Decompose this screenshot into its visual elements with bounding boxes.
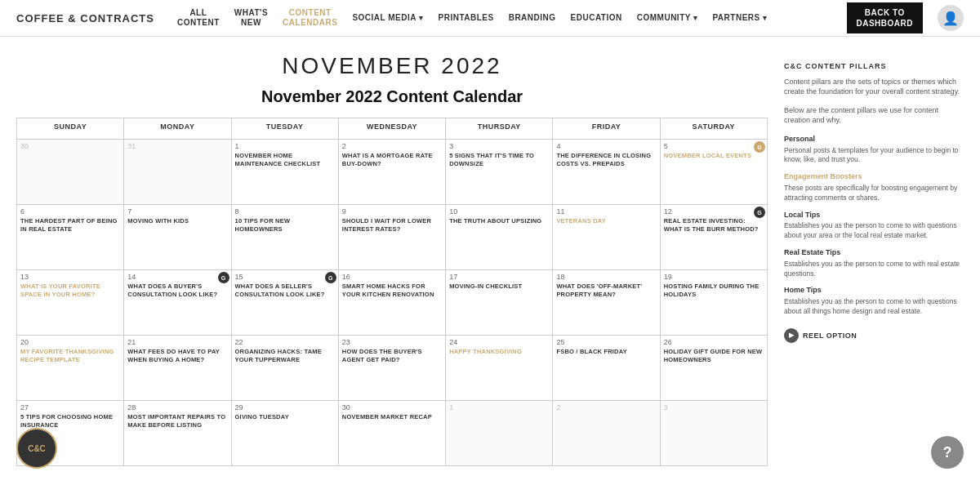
nav-item-branding[interactable]: BRANDING <box>509 13 556 23</box>
cell-day-number: 4 <box>556 142 656 150</box>
nav-item-content-calendars[interactable]: CONTENT CALENDARS <box>283 8 337 28</box>
page-title: NOVEMBER 2022 <box>16 53 768 79</box>
cell-day-number: 30 <box>342 403 442 412</box>
calendar-week-3: 13WHAT IS YOUR FAVORITE SPACE IN YOUR HO… <box>17 270 768 336</box>
cell-text: WHAT DOES 'OFF-MARKET' PROPERTY MEAN? <box>556 283 642 298</box>
nav-item-all-content[interactable]: ALL CONTENT <box>177 8 220 28</box>
nav-item-whats-new[interactable]: WHAT'S NEW <box>234 8 268 28</box>
calendar-cell[interactable]: 35 SIGNS THAT IT'S TIME TO DOWNSIZE <box>446 140 553 205</box>
pillar-title-4: Home Tips <box>784 285 964 296</box>
calendar-cell[interactable]: 6THE HARDEST PART OF BEING IN REAL ESTAT… <box>17 205 124 270</box>
calendar-cell[interactable]: 23HOW DOES THE BUYER'S AGENT GET PAID? <box>338 336 445 401</box>
cell-day-number: 30 <box>20 142 120 150</box>
cell-text: MOST IMPORTANT REPAIRS TO MAKE BEFORE LI… <box>127 413 225 429</box>
cell-text: WHAT IS YOUR FAVORITE SPACE IN YOUR HOME… <box>20 283 100 298</box>
col-wednesday: WEDNESDAY <box>338 118 445 140</box>
cell-text: MY FAVORITE THANKSGIVING RECIPE TEMPLATE <box>20 348 114 363</box>
nav-logo[interactable]: COFFEE & CONTRACTS <box>16 12 154 24</box>
col-tuesday: TUESDAY <box>231 118 338 140</box>
calendar-cell[interactable]: 26HOLIDAY GIFT GUIDE FOR NEW HOMEOWNERS <box>660 336 767 401</box>
cell-day-number: 17 <box>449 273 549 281</box>
cell-text: MOVING-IN CHECKLIST <box>449 283 522 290</box>
calendar-week-2: 6THE HARDEST PART OF BEING IN REAL ESTAT… <box>17 205 768 270</box>
nav-item-partners[interactable]: PARTNERS <box>712 13 767 23</box>
calendar-cell[interactable]: 2WHAT IS A MORTGAGE RATE BUY-DOWN? <box>338 140 445 205</box>
calendar-cell[interactable]: 21WHAT FEES DO HAVE TO PAY WHEN BUYING A… <box>124 336 231 401</box>
navbar: COFFEE & CONTRACTS ALL CONTENT WHAT'S NE… <box>0 0 980 37</box>
pillar-desc-0: Personal posts & templates for your audi… <box>784 146 964 166</box>
calendar-cell[interactable]: 30 <box>17 140 124 205</box>
sidebar-intro-1: Content pillars are the sets of topics o… <box>784 77 964 97</box>
cell-day-number: 12 <box>664 207 764 216</box>
col-saturday: SATURDAY <box>660 118 767 140</box>
calendar-cell[interactable]: 15WHAT DOES A SELLER'S CONSULTATION LOOK… <box>231 270 338 336</box>
cell-day-number: 13 <box>20 273 120 281</box>
calendar-cell[interactable]: 1 <box>446 401 553 466</box>
cell-day-number: 29 <box>235 403 335 412</box>
back-to-dashboard-button[interactable]: BACK TO DASHBOARD <box>847 2 924 33</box>
fab-help-label: ? <box>943 444 952 461</box>
calendar-cell[interactable]: 3 <box>660 401 767 466</box>
cell-text: FSBO / BLACK FRIDAY <box>556 348 626 355</box>
cell-day-number: 6 <box>20 207 120 216</box>
cell-day-number: 9 <box>342 207 442 216</box>
calendar-cell[interactable]: 22ORGANIZING HACKS: TAME YOUR TUPPERWARE <box>231 336 338 401</box>
cell-day-number: 8 <box>235 207 335 216</box>
cell-tag-icon: G <box>325 272 336 283</box>
calendar-cell[interactable]: 14WHAT DOES A BUYER'S CONSULTATION LOOK … <box>124 270 231 336</box>
col-thursday: THURSDAY <box>446 118 553 140</box>
col-monday: MONDAY <box>124 118 231 140</box>
calendar-cell[interactable]: 10THE TRUTH ABOUT UPSIZING <box>446 205 553 270</box>
calendar-cell[interactable]: 11VETERANS DAY <box>553 205 660 270</box>
cell-tag-icon: G <box>218 272 229 283</box>
cell-day-number: 5 <box>664 142 764 150</box>
calendar-cell[interactable]: 20MY FAVORITE THANKSGIVING RECIPE TEMPLA… <box>17 336 124 401</box>
calendar-cell[interactable]: 25FSBO / BLACK FRIDAY <box>553 336 660 401</box>
reel-icon: ▶ <box>784 328 799 343</box>
calendar-cell[interactable]: 28MOST IMPORTANT REPAIRS TO MAKE BEFORE … <box>124 401 231 466</box>
cell-text: HOW DOES THE BUYER'S AGENT GET PAID? <box>342 348 422 363</box>
nav-item-education[interactable]: EDUCATION <box>571 13 622 23</box>
pillar-title-0: Personal <box>784 134 964 145</box>
cell-day-number: 19 <box>664 273 764 281</box>
calendar-cell[interactable]: 31 <box>124 140 231 205</box>
calendar-cell[interactable]: 5NOVEMBER LOCAL EVENTSG <box>660 140 767 205</box>
reel-option[interactable]: ▶ REEL OPTION <box>784 328 964 343</box>
calendar-cell[interactable]: 2 <box>553 401 660 466</box>
cell-day-number: 2 <box>342 142 442 150</box>
user-avatar[interactable]: 👤 <box>938 5 964 31</box>
calendar-cell[interactable]: 13WHAT IS YOUR FAVORITE SPACE IN YOUR HO… <box>17 270 124 336</box>
pillar-title-3: Real Estate Tips <box>784 247 964 258</box>
calendar-week-4: 20MY FAVORITE THANKSGIVING RECIPE TEMPLA… <box>17 336 768 401</box>
col-sunday: SUNDAY <box>17 118 124 140</box>
cell-text: HAPPY THANKSGIVING <box>449 348 522 355</box>
calendar-cell[interactable]: 24HAPPY THANKSGIVING <box>446 336 553 401</box>
calendar-cell[interactable]: 29GIVING TUESDAY <box>231 401 338 466</box>
calendar-cell[interactable]: 18WHAT DOES 'OFF-MARKET' PROPERTY MEAN? <box>553 270 660 336</box>
calendar-cell[interactable]: 16SMART HOME HACKS FOR YOUR KITCHEN RENO… <box>338 270 445 336</box>
nav-item-social-media[interactable]: SOCIAL MEDIA <box>352 13 423 23</box>
cell-text: SHOULD I WAIT FOR LOWER INTEREST RATES? <box>342 217 431 233</box>
nav-item-printables[interactable]: PRINTABLES <box>439 13 494 23</box>
fab-cc-button[interactable]: C&C <box>16 428 57 469</box>
nav-item-community[interactable]: COMMUNITY <box>637 13 698 23</box>
cell-text: REAL ESTATE INVESTING: WHAT IS THE BURR … <box>664 217 759 233</box>
calendar-section: NOVEMBER 2022 November 2022 Content Cale… <box>16 53 768 466</box>
cell-day-number: 1 <box>449 403 549 412</box>
calendar-cell[interactable]: 7MOVING WITH KIDS <box>124 205 231 270</box>
calendar-cell[interactable]: 9SHOULD I WAIT FOR LOWER INTEREST RATES? <box>338 205 445 270</box>
cell-day-number: 2 <box>556 403 656 412</box>
sidebar-intro-2: Below are the content pillars we use for… <box>784 105 964 126</box>
calendar-cell[interactable]: 19HOSTING FAMILY DURING THE HOLIDAYS <box>660 270 767 336</box>
calendar-cell[interactable]: 1NOVEMBER HOME MAINTENANCE CHECKLIST <box>231 140 338 205</box>
calendar-cell[interactable]: 12REAL ESTATE INVESTING: WHAT IS THE BUR… <box>660 205 767 270</box>
pillar-desc-1: These posts are specifically for boostin… <box>784 184 964 203</box>
cell-day-number: 3 <box>449 142 549 150</box>
calendar-cell[interactable]: 17MOVING-IN CHECKLIST <box>446 270 553 336</box>
calendar-cell[interactable]: 30NOVEMBER MARKET RECAP <box>338 401 445 466</box>
calendar-cell[interactable]: 4THE DIFFERENCE IN CLOSING COSTS VS. PRE… <box>553 140 660 205</box>
pillar-title-2: Local Tips <box>784 210 964 220</box>
fab-help-button[interactable]: ? <box>931 436 964 469</box>
cell-day-number: 16 <box>342 273 442 281</box>
calendar-cell[interactable]: 810 TIPS FOR NEW HOMEOWNERS <box>231 205 338 270</box>
